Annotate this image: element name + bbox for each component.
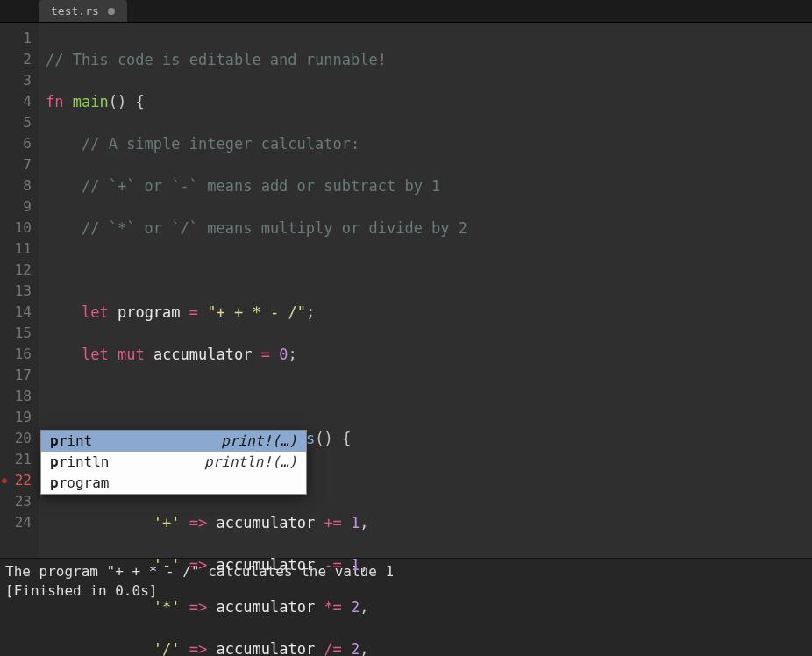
code-line[interactable]: [46, 386, 812, 407]
line-number: 14: [0, 302, 32, 323]
line-number: 12: [0, 260, 32, 281]
line-number-gutter: 1 2 3 4 5 6 7 8 9 10 11 12 13 14 15 16 1…: [0, 23, 39, 558]
punctuation: ,: [360, 640, 368, 656]
keyword: mut: [118, 346, 145, 363]
number-literal: 2: [351, 640, 360, 656]
operator: /=: [324, 640, 341, 656]
variable: program: [118, 303, 181, 321]
line-number-error: 22: [0, 470, 32, 491]
comment-text: // This code is editable and runnable!: [46, 51, 387, 68]
autocomplete-item[interactable]: print print!(…): [41, 431, 306, 452]
keyword: let: [82, 303, 109, 321]
autocomplete-popup[interactable]: print print!(…) println println!(…) prog…: [40, 430, 307, 495]
line-number: 16: [0, 344, 32, 365]
line-number: 3: [0, 70, 32, 91]
punctuation: ,: [360, 514, 368, 531]
file-tab[interactable]: test.rs: [39, 0, 127, 22]
line-number: 19: [0, 407, 32, 428]
line-number: 5: [0, 112, 32, 133]
number-literal: 2: [351, 598, 360, 616]
line-number: 6: [0, 133, 32, 154]
keyword: let: [82, 346, 109, 363]
code-line[interactable]: '*' => accumulator *= 2,: [46, 596, 812, 617]
line-number: 15: [0, 323, 32, 344]
variable: accumulator: [153, 346, 253, 363]
punctuation: ,: [360, 598, 368, 616]
char-literal: '-': [153, 556, 181, 574]
operator: =>: [189, 556, 207, 574]
operator: *=: [324, 598, 341, 616]
variable: accumulator: [217, 514, 316, 531]
line-number: 11: [0, 239, 32, 260]
code-line[interactable]: '-' => accumulator -= 1,: [46, 554, 812, 575]
line-number: 1: [0, 28, 32, 49]
autocomplete-hint: println!(…): [204, 452, 297, 473]
punctuation: ;: [288, 346, 296, 363]
code-line[interactable]: // `+` or `-` means add or subtract by 1: [46, 175, 812, 196]
line-number: 13: [0, 281, 32, 302]
dirty-indicator-icon: [108, 8, 115, 15]
line-number: 24: [0, 512, 32, 533]
line-number: 23: [0, 491, 32, 512]
number-literal: 1: [351, 556, 360, 574]
autocomplete-item[interactable]: program: [41, 473, 306, 494]
punctuation: ,: [360, 556, 368, 574]
line-number: 9: [0, 196, 32, 217]
line-number: 21: [0, 449, 32, 470]
keyword: fn: [46, 93, 63, 111]
variable: accumulator: [217, 598, 316, 616]
punctuation: () {: [109, 93, 145, 111]
punctuation: () {: [315, 430, 351, 447]
number-literal: 0: [279, 346, 288, 363]
operator: -=: [324, 556, 341, 574]
string-literal: "+ + * - /": [207, 303, 306, 321]
autocomplete-item[interactable]: println println!(…): [41, 452, 306, 473]
code-line[interactable]: '+' => accumulator += 1,: [46, 512, 812, 533]
operator: =>: [189, 640, 207, 656]
line-number: 2: [0, 49, 32, 70]
number-literal: 1: [351, 514, 360, 531]
comment-text: // `*` or `/` means multiply or divide b…: [82, 219, 467, 237]
code-line[interactable]: // `*` or `/` means multiply or divide b…: [46, 217, 812, 239]
line-number: 8: [0, 175, 32, 196]
operator: +=: [324, 514, 341, 531]
tab-bar: test.rs: [0, 0, 812, 23]
code-editor[interactable]: 1 2 3 4 5 6 7 8 9 10 11 12 13 14 15 16 1…: [0, 23, 812, 558]
variable: accumulator: [217, 640, 316, 656]
line-number: 10: [0, 217, 32, 239]
file-tab-title: test.rs: [51, 4, 99, 18]
line-number: 18: [0, 386, 32, 407]
autocomplete-label: print: [50, 431, 92, 452]
code-line[interactable]: // This code is editable and runnable!: [46, 49, 812, 70]
operator: =: [189, 303, 198, 321]
punctuation: ;: [306, 303, 315, 321]
code-line[interactable]: // A simple integer calculator:: [46, 133, 812, 154]
autocomplete-hint: print!(…): [221, 431, 297, 452]
operator: =>: [189, 598, 207, 616]
line-number: 17: [0, 365, 32, 386]
comment-text: // A simple integer calculator:: [82, 135, 360, 153]
code-line[interactable]: [46, 260, 812, 281]
code-line[interactable]: '/' => accumulator /= 2,: [46, 638, 812, 656]
char-literal: '+': [153, 514, 181, 531]
line-number: 7: [0, 154, 32, 175]
operator: =>: [189, 514, 207, 531]
char-literal: '/': [153, 640, 181, 656]
autocomplete-label: println: [50, 452, 109, 473]
code-line[interactable]: let mut accumulator = 0;: [46, 344, 812, 365]
comment-text: // `+` or `-` means add or subtract by 1: [82, 177, 440, 195]
operator: =: [261, 346, 270, 363]
line-number: 20: [0, 428, 32, 449]
autocomplete-label: program: [50, 473, 109, 494]
variable: accumulator: [217, 556, 316, 574]
code-line[interactable]: fn main() {: [46, 91, 812, 112]
line-number: 4: [0, 91, 32, 112]
tab-bar-spacer: [0, 0, 39, 22]
function-name: main: [73, 93, 109, 111]
code-line[interactable]: let program = "+ + * - /";: [46, 302, 812, 323]
char-literal: '*': [153, 598, 181, 616]
